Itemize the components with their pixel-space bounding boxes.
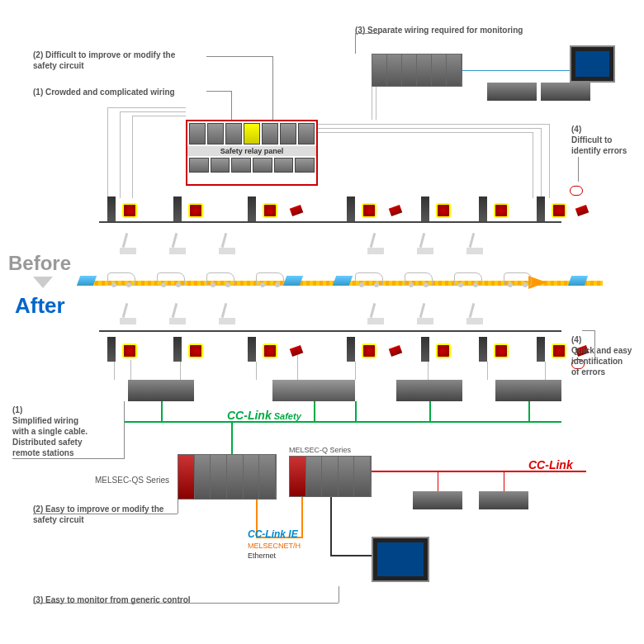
cc-safety-drop: [355, 401, 357, 421]
cc-safety-label: CC-Link CC-Link SafetySafety: [227, 409, 301, 422]
before-label-3: (3) Separate wiring required for monitor…: [355, 25, 523, 36]
leader-a3: [33, 603, 339, 604]
relay-panel-label: Safety relay panel: [187, 146, 316, 156]
after-label-1: (1) Simplified wiring with a single cabl…: [12, 405, 88, 458]
safety-remote: [396, 380, 462, 401]
safety-remote: [272, 380, 355, 401]
robot-icon: [413, 231, 438, 254]
leader-a3v: [339, 586, 339, 603]
leader-a4: [582, 330, 594, 331]
sensor: [173, 197, 182, 221]
switch: [290, 345, 304, 357]
car-icon: [405, 272, 433, 286]
before-label-2: (2) Difficult to improve or modify the s…: [33, 50, 175, 71]
leader-a4v: [594, 330, 595, 359]
wire: [318, 132, 533, 133]
e-stop: [494, 343, 509, 358]
melsec-q-label: MELSEC-Q Series: [289, 446, 351, 456]
sensor: [248, 197, 256, 221]
robot-icon: [215, 301, 239, 324]
leader-1: [206, 91, 231, 92]
cc-safety-drop: [161, 401, 163, 421]
before-remote-2: [541, 83, 590, 101]
melsec-qs-plc: [178, 454, 277, 500]
wire: [533, 132, 533, 198]
before-hmi: [570, 45, 615, 83]
car-icon: [206, 272, 234, 286]
robot-icon: [165, 301, 190, 324]
before-net-line: [462, 70, 570, 71]
wire: [541, 128, 542, 198]
sensor: [248, 337, 256, 362]
wire: [120, 111, 121, 198]
e-stop: [263, 343, 277, 358]
wire: [130, 360, 131, 380]
car-icon: [107, 272, 135, 286]
switch: [389, 345, 403, 357]
e-stop: [494, 203, 509, 218]
car-icon: [454, 272, 482, 286]
error-indicator: [570, 186, 583, 196]
wire: [132, 116, 133, 198]
wire: [107, 107, 186, 108]
leader-1v: [231, 91, 232, 120]
sensor: [421, 197, 429, 221]
leader-3: [355, 33, 380, 34]
before-remote-1: [487, 83, 537, 101]
eth-line: [330, 497, 332, 555]
sensor: [347, 337, 355, 362]
leader-a1v: [124, 401, 125, 459]
wire: [355, 362, 356, 380]
leader-4v: [578, 157, 579, 182]
leader-a1: [12, 458, 124, 459]
sensor: [173, 337, 182, 362]
car-icon: [355, 272, 383, 286]
robot-icon: [165, 231, 190, 254]
car-icon: [504, 272, 532, 286]
e-stop: [436, 343, 451, 358]
sensor: [107, 197, 116, 221]
wire: [372, 87, 372, 120]
e-stop: [188, 203, 203, 218]
e-stop: [362, 343, 376, 358]
robot-icon: [462, 301, 487, 324]
wire: [297, 355, 298, 380]
switch: [389, 205, 403, 216]
cc-link-drop: [438, 471, 438, 491]
before-plc: [372, 54, 462, 87]
car-icon: [157, 272, 185, 286]
wire: [487, 362, 488, 380]
sensor: [479, 337, 487, 362]
cc-link-label: CC-Link: [528, 458, 573, 471]
robot-icon: [363, 301, 388, 324]
wire: [107, 107, 108, 198]
leader-a2: [33, 514, 178, 514]
wire: [120, 111, 186, 112]
cc-safety-drop: [528, 401, 530, 421]
switch: [575, 205, 590, 216]
e-stop: [436, 203, 451, 218]
cc-remote: [413, 491, 462, 509]
after-label-3: (3) Easy to monitor from generic control: [33, 594, 191, 605]
robot-icon: [462, 231, 487, 254]
safety-relay-panel: Safety relay panel: [186, 120, 318, 186]
wire: [256, 362, 257, 380]
wire: [318, 124, 549, 125]
e-stop: [263, 203, 277, 218]
sensor: [107, 337, 116, 362]
car-icon: [256, 272, 284, 286]
safety-remote: [128, 380, 194, 401]
sensor: [479, 197, 487, 221]
wire: [428, 362, 429, 380]
ccie-line: [301, 497, 303, 537]
wire: [114, 362, 115, 380]
robot-icon: [116, 231, 140, 254]
e-stop: [362, 203, 376, 218]
leader-a2v: [178, 500, 178, 514]
leader-3v: [355, 33, 356, 54]
after-hmi: [372, 537, 429, 582]
melsec-qs-label: MELSEC-QS Series: [95, 475, 169, 485]
e-stop: [552, 203, 566, 218]
cc-link-drop: [504, 471, 504, 491]
cc-safety-bus: [124, 421, 561, 423]
